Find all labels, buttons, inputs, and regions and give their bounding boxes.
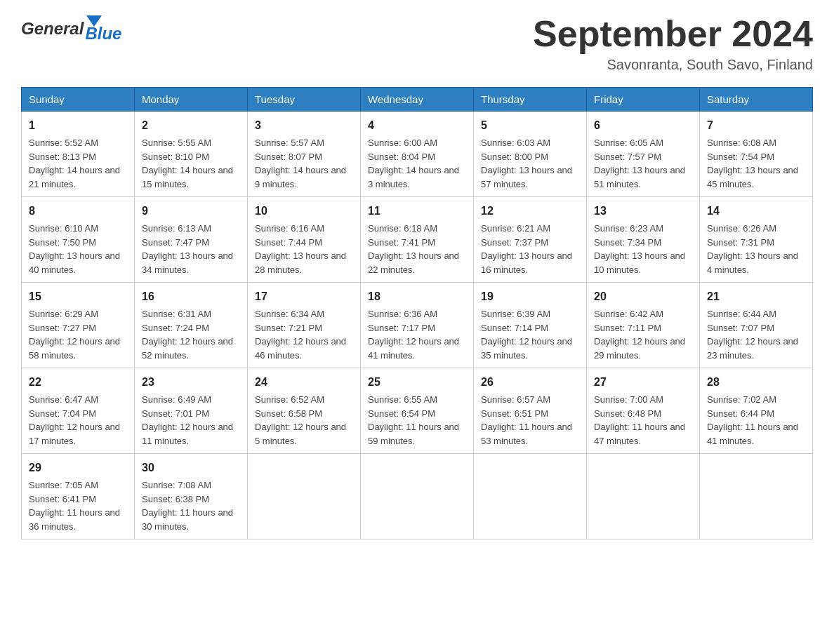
calendar-cell: 25 Sunrise: 6:55 AMSunset: 6:54 PMDaylig…: [361, 368, 474, 454]
day-number: 11: [368, 203, 466, 220]
week-row-3: 15 Sunrise: 6:29 AMSunset: 7:27 PMDaylig…: [22, 283, 813, 368]
day-info: Sunrise: 7:05 AMSunset: 6:41 PMDaylight:…: [29, 480, 120, 532]
day-info: Sunrise: 6:16 AMSunset: 7:44 PMDaylight:…: [255, 223, 346, 275]
week-row-1: 1 Sunrise: 5:52 AMSunset: 8:13 PMDayligh…: [22, 112, 813, 197]
calendar-cell: 23 Sunrise: 6:49 AMSunset: 7:01 PMDaylig…: [135, 368, 248, 454]
day-info: Sunrise: 6:10 AMSunset: 7:50 PMDaylight:…: [29, 223, 120, 275]
calendar-cell: 24 Sunrise: 6:52 AMSunset: 6:58 PMDaylig…: [248, 368, 361, 454]
day-number: 9: [142, 203, 240, 220]
day-info: Sunrise: 6:57 AMSunset: 6:51 PMDaylight:…: [481, 394, 572, 446]
calendar-cell: 5 Sunrise: 6:03 AMSunset: 8:00 PMDayligh…: [474, 112, 587, 197]
day-info: Sunrise: 6:39 AMSunset: 7:14 PMDaylight:…: [481, 309, 572, 361]
day-number: 19: [481, 288, 579, 305]
calendar-cell: 3 Sunrise: 5:57 AMSunset: 8:07 PMDayligh…: [248, 112, 361, 197]
day-number: 4: [368, 117, 466, 134]
calendar-cell: 26 Sunrise: 6:57 AMSunset: 6:51 PMDaylig…: [474, 368, 587, 454]
calendar-title: September 2024: [533, 14, 813, 54]
day-info: Sunrise: 5:57 AMSunset: 8:07 PMDaylight:…: [255, 137, 346, 189]
day-number: 3: [255, 117, 353, 134]
calendar-table: Sunday Monday Tuesday Wednesday Thursday…: [21, 87, 813, 539]
calendar-cell: 15 Sunrise: 6:29 AMSunset: 7:27 PMDaylig…: [22, 283, 135, 368]
day-info: Sunrise: 6:05 AMSunset: 7:57 PMDaylight:…: [594, 137, 685, 189]
calendar-cell: 13 Sunrise: 6:23 AMSunset: 7:34 PMDaylig…: [587, 197, 700, 283]
day-number: 20: [594, 288, 692, 305]
week-row-2: 8 Sunrise: 6:10 AMSunset: 7:50 PMDayligh…: [22, 197, 813, 283]
day-number: 2: [142, 117, 240, 134]
day-info: Sunrise: 6:26 AMSunset: 7:31 PMDaylight:…: [707, 223, 798, 275]
day-info: Sunrise: 6:29 AMSunset: 7:27 PMDaylight:…: [29, 309, 120, 361]
header-sunday: Sunday: [22, 88, 135, 112]
title-area: September 2024 Savonranta, South Savo, F…: [533, 14, 813, 73]
day-info: Sunrise: 6:52 AMSunset: 6:58 PMDaylight:…: [255, 394, 346, 446]
calendar-cell: 28 Sunrise: 7:02 AMSunset: 6:44 PMDaylig…: [700, 368, 813, 454]
calendar-subtitle: Savonranta, South Savo, Finland: [533, 57, 813, 73]
day-number: 15: [29, 288, 127, 305]
day-number: 27: [594, 374, 692, 391]
header-wednesday: Wednesday: [361, 88, 474, 112]
calendar-cell: 29 Sunrise: 7:05 AMSunset: 6:41 PMDaylig…: [22, 454, 135, 539]
weekday-header-row: Sunday Monday Tuesday Wednesday Thursday…: [22, 88, 813, 112]
calendar-cell: 2 Sunrise: 5:55 AMSunset: 8:10 PMDayligh…: [135, 112, 248, 197]
calendar-cell: [474, 454, 587, 539]
day-number: 26: [481, 374, 579, 391]
day-info: Sunrise: 6:49 AMSunset: 7:01 PMDaylight:…: [142, 394, 233, 446]
day-number: 24: [255, 374, 353, 391]
calendar-cell: 21 Sunrise: 6:44 AMSunset: 7:07 PMDaylig…: [700, 283, 813, 368]
day-number: 5: [481, 117, 579, 134]
day-info: Sunrise: 6:44 AMSunset: 7:07 PMDaylight:…: [707, 309, 798, 361]
day-info: Sunrise: 6:31 AMSunset: 7:24 PMDaylight:…: [142, 309, 233, 361]
calendar-cell: 20 Sunrise: 6:42 AMSunset: 7:11 PMDaylig…: [587, 283, 700, 368]
calendar-cell: [587, 454, 700, 539]
calendar-cell: [700, 454, 813, 539]
calendar-cell: 16 Sunrise: 6:31 AMSunset: 7:24 PMDaylig…: [135, 283, 248, 368]
calendar-cell: 19 Sunrise: 6:39 AMSunset: 7:14 PMDaylig…: [474, 283, 587, 368]
calendar-body: 1 Sunrise: 5:52 AMSunset: 8:13 PMDayligh…: [22, 112, 813, 539]
calendar-cell: 9 Sunrise: 6:13 AMSunset: 7:47 PMDayligh…: [135, 197, 248, 283]
day-number: 28: [707, 374, 805, 391]
day-number: 22: [29, 374, 127, 391]
day-info: Sunrise: 6:21 AMSunset: 7:37 PMDaylight:…: [481, 223, 572, 275]
day-info: Sunrise: 6:00 AMSunset: 8:04 PMDaylight:…: [368, 137, 459, 189]
day-number: 25: [368, 374, 466, 391]
day-info: Sunrise: 6:42 AMSunset: 7:11 PMDaylight:…: [594, 309, 685, 361]
day-number: 16: [142, 288, 240, 305]
day-number: 8: [29, 203, 127, 220]
calendar-cell: [248, 454, 361, 539]
calendar-cell: 1 Sunrise: 5:52 AMSunset: 8:13 PMDayligh…: [22, 112, 135, 197]
calendar-cell: 17 Sunrise: 6:34 AMSunset: 7:21 PMDaylig…: [248, 283, 361, 368]
calendar-cell: 8 Sunrise: 6:10 AMSunset: 7:50 PMDayligh…: [22, 197, 135, 283]
calendar-cell: 4 Sunrise: 6:00 AMSunset: 8:04 PMDayligh…: [361, 112, 474, 197]
logo: General Blue: [21, 14, 121, 43]
day-info: Sunrise: 7:00 AMSunset: 6:48 PMDaylight:…: [594, 394, 685, 446]
day-info: Sunrise: 6:08 AMSunset: 7:54 PMDaylight:…: [707, 137, 798, 189]
day-number: 17: [255, 288, 353, 305]
day-info: Sunrise: 5:52 AMSunset: 8:13 PMDaylight:…: [29, 137, 120, 189]
day-info: Sunrise: 6:18 AMSunset: 7:41 PMDaylight:…: [368, 223, 459, 275]
day-info: Sunrise: 5:55 AMSunset: 8:10 PMDaylight:…: [142, 137, 233, 189]
day-number: 18: [368, 288, 466, 305]
day-info: Sunrise: 7:08 AMSunset: 6:38 PMDaylight:…: [142, 480, 233, 532]
calendar-cell: 22 Sunrise: 6:47 AMSunset: 7:04 PMDaylig…: [22, 368, 135, 454]
day-info: Sunrise: 6:23 AMSunset: 7:34 PMDaylight:…: [594, 223, 685, 275]
day-number: 30: [142, 459, 240, 476]
logo-blue-text: Blue: [85, 24, 121, 43]
logo-blue-section: Blue: [85, 14, 121, 43]
calendar-cell: 18 Sunrise: 6:36 AMSunset: 7:17 PMDaylig…: [361, 283, 474, 368]
header-monday: Monday: [135, 88, 248, 112]
header-friday: Friday: [587, 88, 700, 112]
day-number: 23: [142, 374, 240, 391]
day-number: 12: [481, 203, 579, 220]
week-row-4: 22 Sunrise: 6:47 AMSunset: 7:04 PMDaylig…: [22, 368, 813, 454]
calendar-cell: 12 Sunrise: 6:21 AMSunset: 7:37 PMDaylig…: [474, 197, 587, 283]
calendar-cell: 14 Sunrise: 6:26 AMSunset: 7:31 PMDaylig…: [700, 197, 813, 283]
day-info: Sunrise: 7:02 AMSunset: 6:44 PMDaylight:…: [707, 394, 798, 446]
day-info: Sunrise: 6:55 AMSunset: 6:54 PMDaylight:…: [368, 394, 459, 446]
day-info: Sunrise: 6:03 AMSunset: 8:00 PMDaylight:…: [481, 137, 572, 189]
day-number: 6: [594, 117, 692, 134]
calendar-cell: 27 Sunrise: 7:00 AMSunset: 6:48 PMDaylig…: [587, 368, 700, 454]
calendar-cell: [361, 454, 474, 539]
day-number: 13: [594, 203, 692, 220]
week-row-5: 29 Sunrise: 7:05 AMSunset: 6:41 PMDaylig…: [22, 454, 813, 539]
calendar-cell: 30 Sunrise: 7:08 AMSunset: 6:38 PMDaylig…: [135, 454, 248, 539]
day-info: Sunrise: 6:34 AMSunset: 7:21 PMDaylight:…: [255, 309, 346, 361]
